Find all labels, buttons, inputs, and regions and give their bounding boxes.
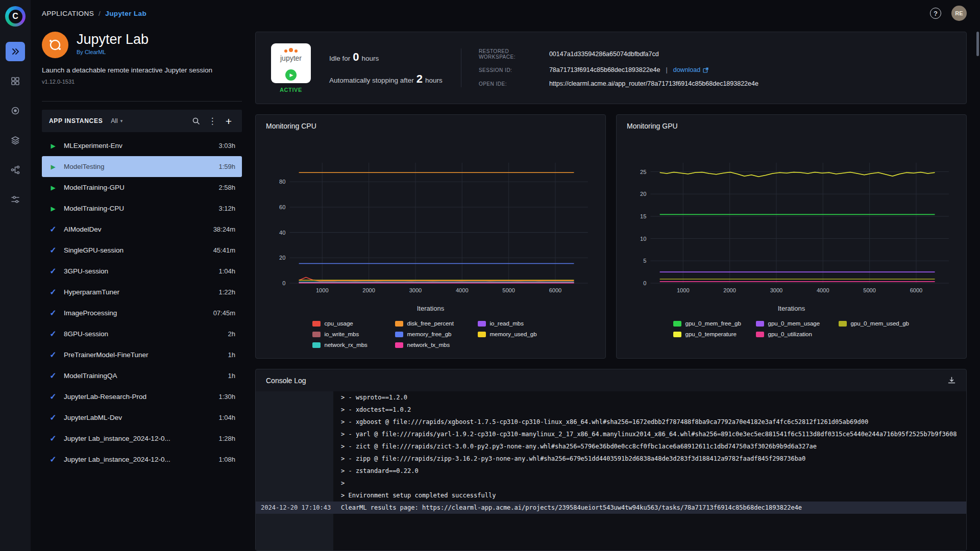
console-log-line: 2024-12-20 17:10:43ClearML results page:… [256, 502, 966, 514]
legend-item-network_tx_mbs[interactable]: network_tx_mbs [395, 342, 467, 348]
legend-item-gpu_0_mem_usage[interactable]: gpu_0_mem_usage [756, 320, 827, 327]
page-title: Jupyter Lab [77, 32, 149, 47]
more-options-icon[interactable]: ⋮ [206, 115, 218, 127]
instance-row[interactable]: ✓ 8GPU-session 2h [42, 323, 242, 344]
open-ide-url[interactable]: https://clearml.acme.ai/app_router/78a71… [549, 80, 758, 87]
instance-row[interactable]: ✓ JupyterLabML-Dev 1:04h [42, 407, 242, 428]
svg-text:1000: 1000 [677, 287, 690, 293]
download-workspace-link[interactable]: download [673, 66, 709, 73]
svg-text:5000: 5000 [863, 287, 876, 293]
legend-item-gpu_0_utilization[interactable]: gpu_0_utilization [756, 331, 827, 337]
console-log-line: > - wsproto==1.2.0 [256, 391, 966, 404]
instance-row[interactable]: ✓ JupyterLab-Research-Prod 1:30h [42, 386, 242, 407]
legend-item-gpu_0_mem_free_gb[interactable]: gpu_0_mem_free_gb [673, 320, 745, 327]
legend-swatch [478, 332, 486, 337]
play-icon: ▶ [48, 184, 58, 191]
log-text: > - zict @ file:///rapids/zict-3.0.0-py2… [333, 440, 966, 453]
legend-item-disk_free_percent[interactable]: disk_free_percent [395, 320, 467, 327]
jupyter-badge: jupyter ▶ [271, 43, 311, 83]
legend-swatch [673, 321, 681, 327]
log-timestamp [256, 440, 333, 453]
page-scrollbar[interactable] [976, 32, 979, 56]
svg-text:2000: 2000 [362, 287, 375, 293]
log-text: > - zipp @ file:///rapids/zipp-3.16.2-py… [333, 453, 966, 465]
instances-list: ▶ MLExperiment-Env 3:03h ▶ ModelTesting … [42, 135, 242, 551]
check-icon: ✓ [48, 329, 58, 339]
instance-name: 3GPU-session [64, 267, 213, 275]
legend-item-cpu_usage[interactable]: cpu_usage [312, 320, 384, 327]
session-info-card: jupyter ▶ ACTIVE Idle for0hours Automati… [255, 32, 967, 104]
target-icon [10, 106, 20, 116]
pipelines-icon [10, 165, 20, 175]
instance-duration: 1:22h [218, 288, 235, 296]
app-description: Launch a detachable remote interactive J… [42, 66, 242, 74]
instance-row[interactable]: ✓ Jupyter Lab_instance_2024-12-0... 1:28… [42, 428, 242, 449]
legend-item-memory_free_gb[interactable]: memory_free_gb [395, 331, 467, 337]
open-ide-label: OPEN IDE: [479, 81, 540, 87]
jupyter-wordmark: jupyter [280, 54, 302, 62]
play-icon: ▶ [48, 142, 58, 149]
legend-item-gpu_0_mem_used_gb[interactable]: gpu_0_mem_used_gb [839, 320, 910, 327]
instance-row[interactable]: ▶ ModelTraining-GPU 2:58h [42, 177, 242, 198]
add-instance-button[interactable]: + [223, 115, 235, 127]
sidebar-item-datasets[interactable] [6, 131, 25, 150]
console-log-line: > Environment setup completed successful… [256, 489, 966, 502]
download-link-label: download [673, 66, 701, 73]
sidebar-item-applications[interactable] [6, 42, 25, 61]
console-log-card: Console Log > - wsproto==1.2.0> - xdocte… [255, 369, 967, 551]
layers-icon [10, 135, 20, 145]
sidebar-item-pipelines[interactable] [6, 160, 25, 180]
divider [42, 101, 242, 102]
external-link-icon [703, 67, 708, 73]
search-button[interactable] [190, 115, 202, 127]
legend-label: gpu_0_utilization [768, 331, 812, 337]
instance-row[interactable]: ✓ SingleGPU-session 45:41m [42, 240, 242, 261]
sidebar-item-projects[interactable] [6, 71, 25, 91]
legend-label: network_rx_mbs [325, 342, 368, 348]
play-icon: ▶ [48, 163, 58, 170]
legend-item-network_rx_mbs[interactable]: network_rx_mbs [312, 342, 384, 348]
instance-row[interactable]: ▶ ModelTesting 1:59h [42, 156, 242, 177]
help-icon[interactable]: ? [930, 8, 941, 19]
legend-item-gpu_0_temperature[interactable]: gpu_0_temperature [673, 331, 745, 337]
console-log-body[interactable]: > - wsproto==1.2.0> - xdoctest==1.0.2> -… [256, 391, 966, 550]
check-icon: ✓ [48, 455, 58, 464]
legend-swatch [673, 332, 681, 337]
legend-swatch [478, 321, 486, 327]
legend-item-io_write_mbs[interactable]: io_write_mbs [312, 331, 384, 337]
legend-item-io_read_mbs[interactable]: io_read_mbs [478, 320, 549, 327]
instance-row[interactable]: ✓ 3GPU-session 1:04h [42, 261, 242, 282]
log-text: > [333, 477, 966, 489]
console-log-line: > - yarl @ file:///rapids/yarl-1.9.2-cp3… [256, 428, 966, 440]
instance-row[interactable]: ✓ PreTrainerModel-FineTuner 1h [42, 344, 242, 365]
instance-row[interactable]: ▶ ModelTraining-CPU 3:12h [42, 198, 242, 219]
instance-row[interactable]: ✓ ImageProcessing 07:45m [42, 303, 242, 323]
chart-legend-gpu: gpu_0_mem_free_gbgpu_0_mem_usagegpu_0_me… [627, 320, 956, 337]
instance-row[interactable]: ✓ HyperparamTuner 1:22h [42, 282, 242, 303]
download-log-button[interactable] [947, 376, 956, 385]
instance-row[interactable]: ▶ MLExperiment-Env 3:03h [42, 135, 242, 156]
legend-label: gpu_0_mem_free_gb [685, 320, 741, 327]
instance-row[interactable]: ✓ Jupyter Lab_instance_2024-12-0... 1:08… [42, 449, 242, 470]
instance-name: JupyterLab-Research-Prod [64, 393, 213, 400]
sidebar-item-orchestration[interactable] [6, 190, 25, 209]
instance-row[interactable]: ✓ AIModelDev 38:24m [42, 219, 242, 240]
clearml-logo[interactable]: C [5, 6, 26, 27]
instance-row[interactable]: ✓ ModelTrainingQA 1h [42, 365, 242, 386]
check-icon: ✓ [48, 371, 58, 381]
avatar[interactable]: RE [951, 6, 967, 21]
log-timestamp: 2024-12-20 17:10:43 [256, 502, 333, 514]
instances-filter-dropdown[interactable]: All ▾ [111, 117, 122, 124]
x-axis-label: Iterations [266, 305, 595, 312]
autostop-prefix: Automatically stopping after [329, 77, 414, 84]
svg-text:80: 80 [279, 179, 285, 185]
log-timestamp [256, 477, 333, 489]
legend-item-memory_used_gb[interactable]: memory_used_gb [478, 331, 549, 337]
status-badge: ACTIVE [280, 87, 302, 93]
sidebar-item-models[interactable] [6, 101, 25, 120]
breadcrumb: APPLICATIONS / Jupyter Lab [42, 10, 146, 17]
breadcrumb-applications[interactable]: APPLICATIONS [42, 10, 94, 17]
session-timers: Idle for0hours Automatically stopping af… [329, 51, 443, 86]
svg-text:20: 20 [279, 255, 285, 261]
app-byline[interactable]: By ClearML [77, 49, 149, 55]
